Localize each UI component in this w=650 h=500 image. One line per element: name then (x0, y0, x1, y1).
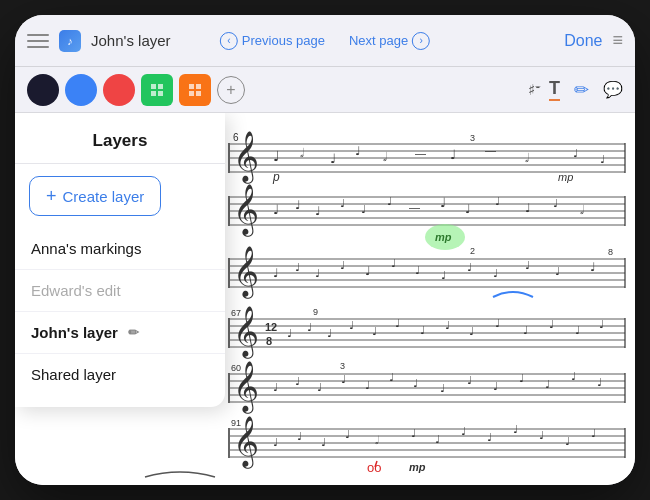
svg-text:♩: ♩ (600, 153, 605, 165)
svg-rect-7 (196, 91, 201, 96)
svg-text:♩: ♩ (435, 433, 440, 445)
layer-item-annas[interactable]: Anna's markings (15, 228, 225, 270)
page-navigation: ‹ Previous page Next page › (212, 28, 438, 54)
tool-blue-button[interactable] (65, 74, 97, 106)
done-button[interactable]: Done (564, 32, 602, 50)
prev-chevron-icon: ‹ (220, 32, 238, 50)
tool-green-button[interactable] (141, 74, 173, 106)
toolbar-tools-right: ♯𝄻 T ✏ 💬 (528, 78, 623, 101)
svg-text:♩: ♩ (391, 257, 396, 269)
svg-text:♩: ♩ (365, 264, 371, 278)
svg-text:oo: oo (367, 460, 381, 475)
tool-orange-button[interactable] (179, 74, 211, 106)
svg-text:♩: ♩ (565, 435, 570, 447)
top-bar: ♪ John's layer ‹ Previous page Next page… (15, 15, 635, 67)
svg-text:mp: mp (435, 231, 452, 243)
svg-text:mp: mp (558, 171, 573, 183)
svg-text:♩: ♩ (519, 372, 524, 384)
text-icon[interactable]: T (549, 78, 560, 101)
svg-text:♩: ♩ (317, 381, 322, 393)
svg-text:♩: ♩ (493, 267, 498, 279)
svg-rect-6 (189, 91, 194, 96)
svg-text:♩: ♩ (273, 266, 279, 280)
svg-text:p: p (272, 170, 280, 184)
svg-text:♩: ♩ (493, 380, 498, 392)
svg-text:♩: ♩ (590, 260, 596, 274)
svg-text:60: 60 (231, 363, 241, 373)
svg-text:♩: ♩ (469, 325, 474, 337)
svg-text:♩: ♩ (525, 201, 531, 215)
svg-text:3: 3 (340, 361, 345, 371)
edit-icon[interactable]: ✏ (128, 325, 139, 340)
add-tool-button[interactable]: + (217, 76, 245, 104)
svg-text:—: — (485, 144, 496, 156)
svg-text:♩: ♩ (340, 259, 345, 271)
svg-text:♩: ♩ (389, 371, 394, 383)
svg-text:3: 3 (470, 133, 475, 143)
svg-text:♩: ♩ (321, 436, 326, 448)
svg-text:—: — (415, 147, 426, 159)
svg-text:♩: ♩ (395, 317, 400, 329)
svg-text:♩: ♩ (387, 195, 392, 207)
svg-text:♩: ♩ (330, 151, 336, 166)
svg-text:67: 67 (231, 308, 241, 318)
svg-text:♩: ♩ (513, 423, 518, 435)
svg-text:𝄞: 𝄞 (233, 246, 259, 299)
layer-item-shared[interactable]: Shared layer (15, 354, 225, 395)
tool-red-button[interactable] (103, 74, 135, 106)
svg-text:6: 6 (233, 132, 239, 143)
svg-text:♩: ♩ (465, 202, 471, 216)
svg-text:♩: ♩ (545, 378, 550, 390)
pen-icon[interactable]: ✏ (574, 79, 589, 101)
previous-page-button[interactable]: ‹ Previous page (212, 28, 333, 54)
svg-text:—: — (409, 201, 420, 213)
svg-text:♩: ♩ (573, 147, 578, 159)
layer-item-johns[interactable]: John's layer ✏ (15, 312, 225, 354)
svg-text:♩: ♩ (487, 431, 492, 443)
svg-text:♩: ♩ (599, 318, 604, 330)
svg-text:♩: ♩ (361, 203, 366, 215)
document-title: John's layer (91, 32, 171, 49)
svg-text:♩: ♩ (539, 429, 544, 441)
svg-text:♩: ♩ (440, 195, 446, 210)
svg-text:♩: ♩ (327, 327, 332, 339)
more-options-icon[interactable]: ≡ (612, 30, 623, 51)
svg-text:♩: ♩ (297, 430, 302, 442)
svg-text:♩: ♩ (287, 327, 292, 339)
svg-text:♩: ♩ (495, 195, 500, 207)
svg-text:12: 12 (265, 321, 277, 333)
svg-text:♩: ♩ (315, 267, 320, 279)
next-page-button[interactable]: Next page › (341, 28, 438, 54)
svg-text:♩: ♩ (349, 319, 354, 331)
tool-black-button[interactable] (27, 74, 59, 106)
svg-rect-3 (158, 91, 163, 96)
svg-text:♩: ♩ (307, 321, 312, 333)
svg-text:𝅗𝅥: 𝅗𝅥 (580, 204, 584, 215)
sharp-staff-icon[interactable]: ♯𝄻 (528, 81, 535, 99)
bubble-icon[interactable]: 💬 (603, 80, 623, 99)
toolbar: + ♯𝄻 T ✏ 💬 (15, 67, 635, 113)
svg-text:𝄞: 𝄞 (233, 184, 259, 237)
svg-text:♩: ♩ (420, 324, 425, 336)
svg-text:2: 2 (470, 246, 475, 256)
svg-text:♩: ♩ (411, 427, 416, 439)
svg-text:♩: ♩ (440, 382, 445, 394)
create-layer-button[interactable]: + Create layer (29, 176, 161, 216)
svg-text:♩: ♩ (340, 197, 345, 209)
svg-text:♩: ♩ (555, 265, 560, 277)
svg-text:♩: ♩ (413, 377, 418, 389)
svg-text:♩: ♩ (575, 324, 580, 336)
svg-text:♩: ♩ (597, 376, 602, 388)
svg-text:♩: ♩ (365, 379, 370, 391)
svg-text:♩: ♩ (355, 144, 361, 158)
layer-item-edwards[interactable]: Edward's edit (15, 270, 225, 312)
svg-text:𝅗𝅥: 𝅗𝅥 (375, 435, 379, 445)
layers-panel-title: Layers (15, 113, 225, 164)
layers-panel: Layers + Create layer Anna's markings Ed… (15, 113, 225, 407)
svg-rect-5 (196, 84, 201, 89)
svg-text:𝅗𝅥: 𝅗𝅥 (383, 151, 387, 162)
svg-text:♩: ♩ (415, 264, 420, 276)
svg-text:♩: ♩ (523, 324, 528, 336)
hamburger-icon[interactable] (27, 30, 49, 52)
svg-text:𝅗𝅥: 𝅗𝅥 (525, 152, 529, 163)
